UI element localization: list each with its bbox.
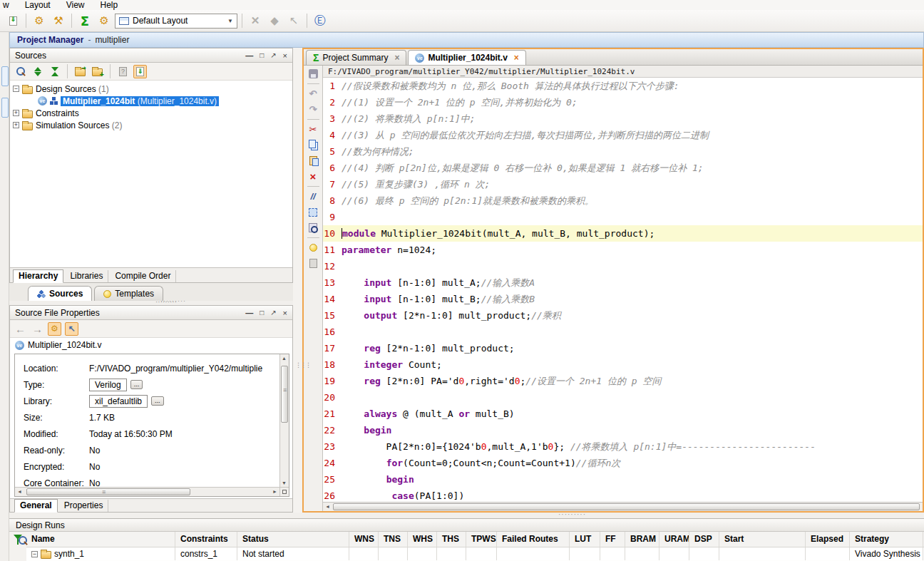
code-line-14[interactable]: 14 input [n-1:0] mult_B;//输入乘数B — [323, 291, 923, 307]
tree-expander-icon[interactable]: + — [13, 122, 19, 128]
view-tab-sources[interactable]: Sources — [28, 286, 92, 301]
code-line-10[interactable]: 10module Multiplier_1024bit(mult_A, mult… — [323, 225, 923, 242]
code-line-5[interactable]: 5//数为何种情况; — [323, 143, 923, 160]
tab-compile-order[interactable]: Compile Order — [110, 270, 176, 282]
tab-hierarchy[interactable]: Hierarchy — [13, 269, 63, 283]
column-header-start[interactable]: Start — [719, 532, 806, 547]
tree-item-simulation-sources[interactable]: +Simulation Sources (2) — [13, 119, 292, 131]
code-line-13[interactable]: 13 input [n-1:0] mult_A;//输入乘数A — [323, 274, 923, 291]
collapse-all-icon[interactable] — [48, 65, 61, 78]
scroll-left-icon[interactable]: ◄ — [325, 504, 330, 509]
code-line-24[interactable]: 24 for(Count=0;Count<n;Count=Count+1)//循… — [323, 455, 923, 471]
code-line-17[interactable]: 17 reg [2*n-1:0] mult_product; — [323, 340, 923, 356]
vertical-scrollbar[interactable]: ▲ ▼ — [279, 354, 289, 487]
tab-properties[interactable]: Properties — [59, 500, 109, 512]
code-line-2[interactable]: 2//(1) 设置一个 2n+1 位的 p 空间,并将初始化为 0; — [323, 94, 923, 110]
menu-help[interactable]: Help — [101, 0, 118, 10]
ellipsis-button[interactable]: ... — [130, 380, 143, 389]
maximize-icon[interactable]: □ — [260, 52, 264, 59]
code-line-3[interactable]: 3//(2) 将乘数填入 p[n:1]中; — [323, 110, 923, 127]
project-summary-icon[interactable]: Σ — [76, 12, 93, 29]
scroll-up-icon[interactable]: ▲ — [282, 356, 287, 361]
code-line-12[interactable]: 12 — [323, 258, 923, 274]
code-lines[interactable]: 1//假设乘数和被乘数均为 n 位,那么 Booth 算法的具体执行过程以下六个… — [323, 78, 923, 502]
column-header-name[interactable]: Name — [26, 532, 175, 547]
vertical-scroll-thumb[interactable] — [281, 366, 288, 423]
delete-icon[interactable]: × — [307, 170, 319, 182]
editor-horizontal-scrollbar[interactable]: ◄ — [323, 502, 923, 511]
code-line-19[interactable]: 19 reg [2*n:0] PA='d0,right='d0;//设置一个 2… — [323, 373, 923, 389]
column-header-wns[interactable]: WNS — [349, 532, 379, 547]
scroll-left-icon[interactable]: ◄ — [17, 489, 22, 494]
add-sources-icon[interactable] — [91, 65, 104, 78]
code-line-11[interactable]: 11parameter n=1024; — [323, 242, 923, 258]
tree-expander-icon[interactable]: + — [13, 110, 19, 116]
editor-tab-multiplier-1024bit-v[interactable]: Multiplier_1024bit.v× — [408, 50, 525, 65]
paste-icon[interactable] — [307, 155, 319, 167]
column-header-constraints[interactable]: Constraints — [175, 532, 237, 547]
tree-item-multiplier_1024bit[interactable]: Multiplier_1024bit (Multiplier_1024bit.v… — [13, 95, 292, 107]
maximize-icon[interactable]: □ — [260, 309, 264, 316]
back-icon[interactable]: ← — [14, 322, 27, 336]
column-header-whs[interactable]: WHS — [408, 532, 437, 547]
close-icon[interactable]: × — [283, 52, 287, 59]
lightbulb-icon[interactable] — [307, 242, 319, 254]
menu-w[interactable]: w — [3, 0, 9, 10]
language-bubble-icon[interactable]: Ⓔ — [312, 12, 329, 29]
minimize-icon[interactable]: — — [245, 52, 253, 59]
code-line-9[interactable]: 9 — [323, 209, 923, 225]
column-header-lut[interactable]: LUT — [570, 532, 600, 547]
code-line-26[interactable]: 26 case(PA[1:0]) — [323, 488, 923, 502]
column-header-ths[interactable]: THS — [437, 532, 466, 547]
run-settings-gears-icon[interactable]: ⚙ — [31, 12, 48, 29]
filter-funnel-icon[interactable] — [14, 540, 22, 550]
code-line-1[interactable]: 1//假设乘数和被乘数均为 n 位,那么 Booth 算法的具体执行过程以下六个… — [323, 78, 923, 94]
editor-scroll-thumb[interactable] — [333, 503, 920, 510]
code-line-7[interactable]: 7//(5) 重复步骤(3) ,循环 n 次; — [323, 176, 923, 192]
close-icon[interactable]: × — [283, 309, 287, 316]
tab-libraries[interactable]: Libraries — [65, 270, 108, 282]
horizontal-scroll-thumb[interactable] — [26, 488, 190, 495]
copy-icon[interactable] — [307, 139, 319, 151]
column-header-failed-routes[interactable]: Failed Routes — [497, 532, 570, 547]
column-header-elapsed[interactable]: Elapsed — [806, 532, 850, 547]
column-header-ff[interactable]: FF — [600, 532, 625, 547]
tree-expander-icon[interactable]: − — [13, 86, 19, 92]
menu-view[interactable]: View — [66, 0, 85, 10]
code-line-4[interactable]: 4//(3) 从 p 空间的最低位依次开始向左扫描,每次扫描两位,并判断所扫描的… — [323, 127, 923, 143]
minimize-icon[interactable]: — — [245, 309, 253, 316]
open-folder-icon[interactable] — [73, 65, 87, 78]
scroll-corner-button[interactable] — [279, 487, 289, 496]
left-collapsed-rail[interactable] — [0, 32, 9, 561]
column-header-uram[interactable]: URAM — [659, 532, 689, 547]
tab-general[interactable]: General — [14, 499, 58, 513]
code-line-18[interactable]: 18 integer Count; — [323, 356, 923, 373]
scroll-to-selected-icon[interactable]: ⇓ — [133, 65, 147, 78]
editor-tab-project-summary[interactable]: ΣProject Summary× — [306, 50, 406, 65]
open-target-icon[interactable]: ⇓ — [4, 12, 21, 29]
column-header-strategy[interactable]: Strategy — [850, 532, 923, 547]
chevron-down-icon[interactable]: ▼ — [227, 18, 233, 24]
block-select-icon[interactable] — [307, 206, 319, 218]
code-line-23[interactable]: 23 PA[2*n:0]={1024'b0,mult_A,1'b0}; //将乘… — [323, 438, 923, 455]
column-header-tpws[interactable]: TPWS — [466, 532, 497, 547]
scroll-down-icon[interactable]: ▼ — [282, 480, 287, 485]
code-line-20[interactable]: 20 — [323, 389, 923, 406]
save-icon[interactable] — [307, 68, 319, 80]
code-line-25[interactable]: 25 begin — [323, 471, 923, 488]
menu-layout[interactable]: Layout — [25, 0, 51, 10]
tree-item-design-sources[interactable]: −Design Sources (1) — [13, 83, 292, 95]
column-header-dsp[interactable]: DSP — [689, 532, 719, 547]
ellipsis-button[interactable]: ... — [151, 396, 164, 406]
cut-icon[interactable]: ✂ — [307, 123, 319, 135]
code-line-8[interactable]: 8//(6) 最终 p 空间的 p[2n:1]就是乘数和被乘数的乘积。 — [323, 192, 923, 209]
design-run-row[interactable]: −synth_1constrs_1Not startedVivado Synth… — [26, 547, 924, 560]
toggle-comment-icon[interactable]: // — [307, 190, 319, 202]
property-value-field[interactable]: xil_defaultlib — [89, 395, 148, 408]
float-icon[interactable]: ↗ — [270, 309, 276, 316]
forward-icon[interactable]: → — [31, 322, 44, 336]
tools-icon[interactable]: ⚒ — [50, 12, 67, 29]
horizontal-splitter[interactable] — [9, 301, 293, 305]
find-in-file-icon[interactable] — [307, 222, 319, 234]
code-line-15[interactable]: 15 output [2*n-1:0] mult_product;//乘积 — [323, 307, 923, 324]
